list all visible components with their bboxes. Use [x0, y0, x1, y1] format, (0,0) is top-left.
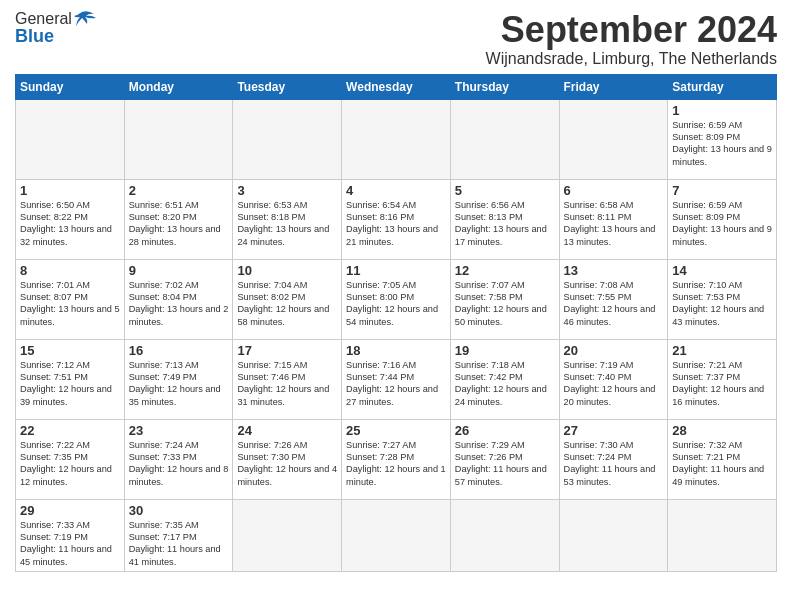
day-number: 15	[20, 343, 120, 358]
day-number: 19	[455, 343, 555, 358]
calendar-cell: 7Sunrise: 6:59 AMSunset: 8:09 PMDaylight…	[668, 179, 777, 259]
calendar-cell: 23Sunrise: 7:24 AMSunset: 7:33 PMDayligh…	[124, 419, 233, 499]
calendar-cell: 15Sunrise: 7:12 AMSunset: 7:51 PMDayligh…	[16, 339, 125, 419]
calendar-cell: 18Sunrise: 7:16 AMSunset: 7:44 PMDayligh…	[342, 339, 451, 419]
day-of-week-header: Sunday	[16, 74, 125, 99]
day-of-week-header: Thursday	[450, 74, 559, 99]
calendar-cell: 9Sunrise: 7:02 AMSunset: 8:04 PMDaylight…	[124, 259, 233, 339]
day-number: 16	[129, 343, 229, 358]
day-number: 25	[346, 423, 446, 438]
calendar-cell	[668, 499, 777, 572]
day-info: Sunrise: 6:58 AMSunset: 8:11 PMDaylight:…	[564, 199, 664, 249]
day-info: Sunrise: 7:29 AMSunset: 7:26 PMDaylight:…	[455, 439, 555, 489]
day-number: 10	[237, 263, 337, 278]
calendar-week-row: 1Sunrise: 6:50 AMSunset: 8:22 PMDaylight…	[16, 179, 777, 259]
calendar-cell: 2Sunrise: 6:51 AMSunset: 8:20 PMDaylight…	[124, 179, 233, 259]
day-info: Sunrise: 7:05 AMSunset: 8:00 PMDaylight:…	[346, 279, 446, 329]
calendar-cell: 5Sunrise: 6:56 AMSunset: 8:13 PMDaylight…	[450, 179, 559, 259]
calendar-cell: 11Sunrise: 7:05 AMSunset: 8:00 PMDayligh…	[342, 259, 451, 339]
calendar-cell: 19Sunrise: 7:18 AMSunset: 7:42 PMDayligh…	[450, 339, 559, 419]
calendar-cell	[16, 99, 125, 179]
day-number: 13	[564, 263, 664, 278]
day-info: Sunrise: 6:56 AMSunset: 8:13 PMDaylight:…	[455, 199, 555, 249]
day-info: Sunrise: 7:21 AMSunset: 7:37 PMDaylight:…	[672, 359, 772, 409]
calendar-cell	[450, 99, 559, 179]
calendar-cell	[124, 99, 233, 179]
day-number: 14	[672, 263, 772, 278]
calendar-cell: 21Sunrise: 7:21 AMSunset: 7:37 PMDayligh…	[668, 339, 777, 419]
logo-bird-icon	[74, 10, 96, 28]
day-info: Sunrise: 7:04 AMSunset: 8:02 PMDaylight:…	[237, 279, 337, 329]
day-info: Sunrise: 7:01 AMSunset: 8:07 PMDaylight:…	[20, 279, 120, 329]
calendar-cell: 13Sunrise: 7:08 AMSunset: 7:55 PMDayligh…	[559, 259, 668, 339]
calendar-week-row: 1Sunrise: 6:59 AMSunset: 8:09 PMDaylight…	[16, 99, 777, 179]
day-number: 22	[20, 423, 120, 438]
day-info: Sunrise: 6:51 AMSunset: 8:20 PMDaylight:…	[129, 199, 229, 249]
day-info: Sunrise: 7:26 AMSunset: 7:30 PMDaylight:…	[237, 439, 337, 489]
calendar-cell: 10Sunrise: 7:04 AMSunset: 8:02 PMDayligh…	[233, 259, 342, 339]
day-info: Sunrise: 7:16 AMSunset: 7:44 PMDaylight:…	[346, 359, 446, 409]
calendar-cell: 1Sunrise: 6:59 AMSunset: 8:09 PMDaylight…	[668, 99, 777, 179]
calendar-cell: 20Sunrise: 7:19 AMSunset: 7:40 PMDayligh…	[559, 339, 668, 419]
calendar-cell	[559, 99, 668, 179]
day-info: Sunrise: 7:08 AMSunset: 7:55 PMDaylight:…	[564, 279, 664, 329]
calendar-cell: 22Sunrise: 7:22 AMSunset: 7:35 PMDayligh…	[16, 419, 125, 499]
calendar-cell: 3Sunrise: 6:53 AMSunset: 8:18 PMDaylight…	[233, 179, 342, 259]
location-title: Wijnandsrade, Limburg, The Netherlands	[486, 50, 777, 68]
header-row: SundayMondayTuesdayWednesdayThursdayFrid…	[16, 74, 777, 99]
calendar-cell	[342, 499, 451, 572]
day-number: 23	[129, 423, 229, 438]
day-number: 2	[129, 183, 229, 198]
day-of-week-header: Friday	[559, 74, 668, 99]
day-number: 11	[346, 263, 446, 278]
calendar-cell: 27Sunrise: 7:30 AMSunset: 7:24 PMDayligh…	[559, 419, 668, 499]
day-info: Sunrise: 7:07 AMSunset: 7:58 PMDaylight:…	[455, 279, 555, 329]
calendar-cell: 14Sunrise: 7:10 AMSunset: 7:53 PMDayligh…	[668, 259, 777, 339]
day-info: Sunrise: 6:53 AMSunset: 8:18 PMDaylight:…	[237, 199, 337, 249]
day-info: Sunrise: 6:54 AMSunset: 8:16 PMDaylight:…	[346, 199, 446, 249]
day-of-week-header: Wednesday	[342, 74, 451, 99]
day-info: Sunrise: 6:59 AMSunset: 8:09 PMDaylight:…	[672, 119, 772, 169]
day-number: 21	[672, 343, 772, 358]
day-info: Sunrise: 6:50 AMSunset: 8:22 PMDaylight:…	[20, 199, 120, 249]
day-info: Sunrise: 7:27 AMSunset: 7:28 PMDaylight:…	[346, 439, 446, 489]
day-number: 28	[672, 423, 772, 438]
calendar-cell	[342, 99, 451, 179]
calendar-cell: 24Sunrise: 7:26 AMSunset: 7:30 PMDayligh…	[233, 419, 342, 499]
day-number: 4	[346, 183, 446, 198]
day-number: 1	[20, 183, 120, 198]
calendar-cell: 29Sunrise: 7:33 AMSunset: 7:19 PMDayligh…	[16, 499, 125, 572]
day-info: Sunrise: 7:13 AMSunset: 7:49 PMDaylight:…	[129, 359, 229, 409]
day-of-week-header: Monday	[124, 74, 233, 99]
day-number: 27	[564, 423, 664, 438]
calendar-cell: 17Sunrise: 7:15 AMSunset: 7:46 PMDayligh…	[233, 339, 342, 419]
day-number: 5	[455, 183, 555, 198]
logo-blue-text: Blue	[15, 26, 54, 47]
header: General Blue September 2024 Wijnandsrade…	[15, 10, 777, 68]
day-info: Sunrise: 7:10 AMSunset: 7:53 PMDaylight:…	[672, 279, 772, 329]
month-title: September 2024	[486, 10, 777, 50]
day-number: 24	[237, 423, 337, 438]
day-info: Sunrise: 7:02 AMSunset: 8:04 PMDaylight:…	[129, 279, 229, 329]
calendar-cell: 25Sunrise: 7:27 AMSunset: 7:28 PMDayligh…	[342, 419, 451, 499]
day-info: Sunrise: 7:12 AMSunset: 7:51 PMDaylight:…	[20, 359, 120, 409]
calendar-body: 1Sunrise: 6:59 AMSunset: 8:09 PMDaylight…	[16, 99, 777, 572]
day-info: Sunrise: 7:32 AMSunset: 7:21 PMDaylight:…	[672, 439, 772, 489]
calendar-cell	[233, 99, 342, 179]
day-of-week-header: Saturday	[668, 74, 777, 99]
calendar-cell: 8Sunrise: 7:01 AMSunset: 8:07 PMDaylight…	[16, 259, 125, 339]
calendar-week-row: 29Sunrise: 7:33 AMSunset: 7:19 PMDayligh…	[16, 499, 777, 572]
day-info: Sunrise: 7:24 AMSunset: 7:33 PMDaylight:…	[129, 439, 229, 489]
day-info: Sunrise: 7:15 AMSunset: 7:46 PMDaylight:…	[237, 359, 337, 409]
calendar-cell: 28Sunrise: 7:32 AMSunset: 7:21 PMDayligh…	[668, 419, 777, 499]
day-number: 26	[455, 423, 555, 438]
calendar-week-row: 8Sunrise: 7:01 AMSunset: 8:07 PMDaylight…	[16, 259, 777, 339]
day-info: Sunrise: 7:33 AMSunset: 7:19 PMDaylight:…	[20, 519, 120, 569]
day-number: 8	[20, 263, 120, 278]
day-info: Sunrise: 7:18 AMSunset: 7:42 PMDaylight:…	[455, 359, 555, 409]
logo: General Blue	[15, 10, 96, 47]
day-of-week-header: Tuesday	[233, 74, 342, 99]
day-number: 1	[672, 103, 772, 118]
day-number: 17	[237, 343, 337, 358]
day-number: 7	[672, 183, 772, 198]
